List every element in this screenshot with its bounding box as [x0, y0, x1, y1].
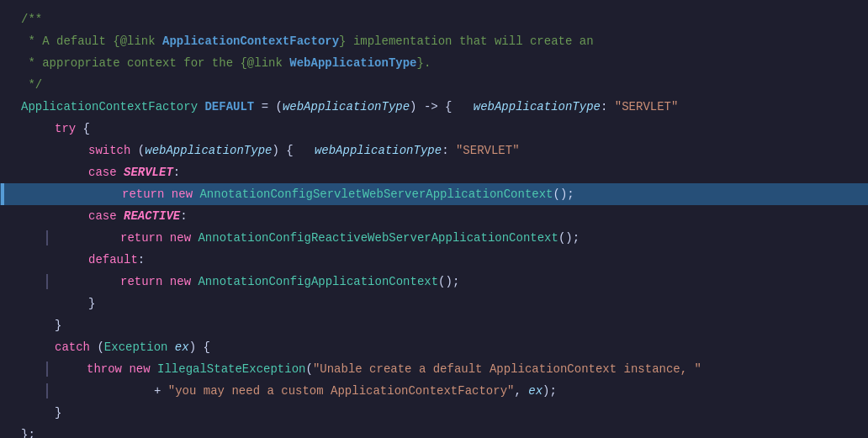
- code-text: ();: [558, 227, 580, 249]
- comment-text: } implementation that will create an: [339, 30, 593, 52]
- code-line: * appropriate context for the {@link Web…: [0, 52, 868, 74]
- code-text: [122, 358, 129, 380]
- variable-name: ex: [528, 380, 542, 402]
- code-text: }: [55, 402, 61, 424]
- code-text: = (: [254, 96, 283, 118]
- comment-text: * appropriate context for the: [21, 52, 240, 74]
- keyword: new: [170, 227, 191, 249]
- keyword: return: [120, 227, 162, 249]
- code-text: [164, 183, 171, 205]
- code-text: (: [305, 358, 312, 380]
- javadoc-link: ApplicationContextFactory: [162, 30, 339, 52]
- keyword: new: [129, 358, 150, 380]
- class-name: AnnotationConfigReactiveWebServerApplica…: [198, 227, 558, 249]
- code-line: };: [0, 424, 868, 438]
- keyword: catch: [55, 336, 90, 358]
- code-text: [191, 227, 198, 249]
- keyword: return: [120, 271, 162, 293]
- code-text: (: [90, 336, 104, 358]
- class-name: AnnotationConfigApplicationContext: [198, 271, 438, 293]
- code-text: :: [138, 249, 145, 271]
- code-line: case REACTIVE:: [0, 205, 868, 227]
- code-line: /**: [0, 8, 868, 30]
- code-text: };: [21, 424, 35, 438]
- code-text: ) {: [272, 140, 293, 161]
- code-line: return new AnnotationConfigApplicationCo…: [0, 271, 868, 293]
- keyword: throw: [87, 358, 122, 380]
- keyword: switch: [88, 140, 130, 161]
- code-text: [117, 205, 124, 227]
- code-text: {: [76, 118, 90, 140]
- string-value: "SERVLET": [615, 96, 679, 118]
- keyword: try: [55, 118, 76, 140]
- code-text: :: [180, 205, 187, 227]
- keyword: case: [88, 205, 117, 227]
- comment-text: * A default: [21, 30, 113, 52]
- comment-text: {: [240, 52, 246, 74]
- comment-text: */: [21, 74, 42, 96]
- case-label: SERVLET: [124, 161, 173, 183]
- type-name: Exception: [104, 336, 168, 358]
- code-text: [117, 161, 124, 183]
- code-line: }: [0, 402, 868, 424]
- code-line: catch (Exception ex) {: [0, 336, 868, 358]
- class-name: AnnotationConfigServletWebServerApplicat…: [199, 183, 553, 205]
- code-text: (: [130, 140, 145, 161]
- comment-text: @link: [120, 30, 162, 52]
- code-line: + "you may need a custom ApplicationCont…: [0, 380, 868, 402]
- code-text: :: [601, 96, 615, 118]
- code-text: ();: [438, 271, 459, 293]
- code-text: ) {: [189, 336, 210, 358]
- code-text: );: [542, 380, 557, 402]
- code-text: [151, 358, 157, 380]
- code-text: [191, 271, 198, 293]
- code-line: }: [0, 293, 868, 314]
- keyword: case: [88, 161, 117, 183]
- code-line: * A default {@link ApplicationContextFac…: [0, 30, 868, 52]
- code-text: [167, 336, 174, 358]
- javadoc-link: WebApplicationType: [289, 52, 416, 74]
- keyword: new: [170, 271, 191, 293]
- param-name: webApplicationType: [283, 96, 410, 118]
- case-label: REACTIVE: [124, 205, 180, 227]
- keyword: return: [122, 183, 164, 205]
- code-text: ,: [514, 380, 528, 402]
- code-text: [193, 183, 199, 205]
- code-line: }: [0, 314, 868, 336]
- code-text: ) -> {: [410, 96, 452, 118]
- code-text: [162, 271, 169, 293]
- code-text: [294, 140, 315, 161]
- code-line: try {: [0, 118, 868, 140]
- param-name: ex: [175, 336, 189, 358]
- keyword: new: [172, 183, 193, 205]
- comment-text: {: [113, 30, 119, 52]
- keyword: default: [88, 249, 138, 271]
- string-value: "SERVLET": [456, 140, 520, 161]
- code-line: ApplicationContextFactory DEFAULT = (web…: [0, 96, 868, 118]
- param-name: webApplicationType: [145, 140, 272, 161]
- code-text: [453, 96, 474, 118]
- code-text: +: [154, 380, 168, 402]
- code-text: ();: [553, 183, 574, 205]
- code-line: switch (webApplicationType) { webApplica…: [0, 140, 868, 161]
- string-value: "Unable create a default ApplicationCont…: [313, 358, 701, 380]
- code-text: [162, 227, 169, 249]
- string-value: "you may need a custom ApplicationContex…: [168, 380, 515, 402]
- code-line: case SERVLET:: [0, 161, 868, 183]
- comment-text: }.: [417, 52, 431, 74]
- code-line: throw new IllegalStateException("Unable …: [0, 358, 868, 380]
- hint-text: webApplicationType: [315, 140, 442, 161]
- code-text: }: [88, 293, 95, 314]
- comment-text: /**: [21, 8, 42, 30]
- code-text: [198, 96, 204, 118]
- code-text: :: [442, 140, 456, 161]
- comment-text: @link: [247, 52, 289, 74]
- hint-text: webApplicationType: [474, 96, 601, 118]
- code-editor: /** * A default {@link ApplicationContex…: [0, 0, 868, 438]
- code-line-highlighted: return new AnnotationConfigServletWebSer…: [0, 183, 868, 205]
- variable-name: DEFAULT: [204, 96, 254, 118]
- code-text: }: [55, 314, 61, 336]
- type-name: ApplicationContextFactory: [21, 96, 198, 118]
- code-line: return new AnnotationConfigReactiveWebSe…: [0, 227, 868, 249]
- class-name: IllegalStateException: [157, 358, 305, 380]
